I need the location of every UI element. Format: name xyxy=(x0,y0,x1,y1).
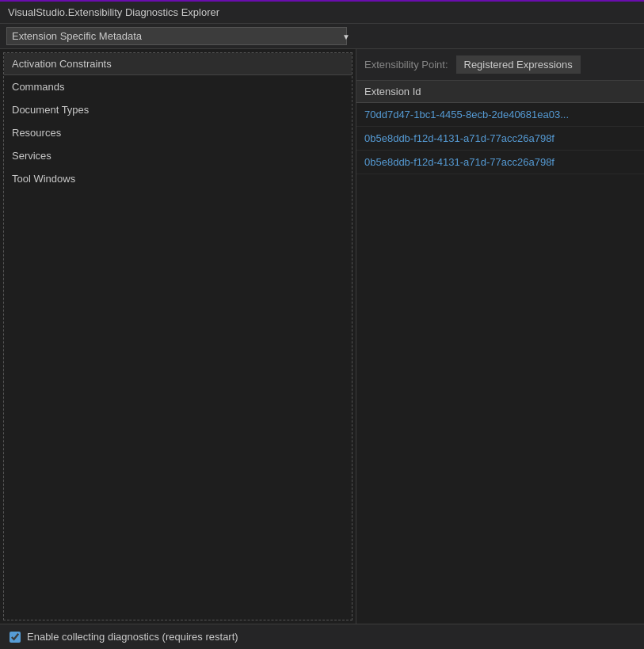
table-row[interactable]: 0b5e8ddb-f12d-4131-a71d-77acc26a798f xyxy=(356,127,644,151)
title-bar: VisualStudio.Extensibility Diagnostics E… xyxy=(0,2,644,24)
app-container: VisualStudio.Extensibility Diagnostics E… xyxy=(0,0,644,649)
left-panel: Activation Constraints Commands Document… xyxy=(0,49,356,624)
checkbox-container: Enable collecting diagnostics (requires … xyxy=(10,631,238,643)
diagnostics-checkbox[interactable] xyxy=(10,632,21,643)
table-row[interactable]: 0b5e8ddb-f12d-4131-a71d-77acc26a798f xyxy=(356,151,644,174)
main-content: Activation Constraints Commands Document… xyxy=(0,49,644,624)
extensibility-point-label: Extensibility Point: xyxy=(364,59,448,71)
diagnostics-checkbox-label: Enable collecting diagnostics (requires … xyxy=(27,631,238,643)
dropdown-row: Extension Specific Metadata ▼ xyxy=(0,24,644,49)
nav-list: Commands Document Types Resources Servic… xyxy=(4,75,352,190)
sidebar-item-document-types[interactable]: Document Types xyxy=(4,98,352,121)
table-row[interactable]: 70dd7d47-1bc1-4455-8ecb-2de40681ea03... xyxy=(356,103,644,127)
metadata-dropdown[interactable]: Extension Specific Metadata xyxy=(6,27,347,45)
sidebar-item-tool-windows[interactable]: Tool Windows xyxy=(4,167,352,190)
sidebar-item-resources[interactable]: Resources xyxy=(4,121,352,144)
table-column-header: Extension Id xyxy=(356,81,644,103)
table-content: 70dd7d47-1bc1-4455-8ecb-2de40681ea03... … xyxy=(356,103,644,624)
sidebar-item-commands[interactable]: Commands xyxy=(4,75,352,98)
sidebar-item-services[interactable]: Services xyxy=(4,144,352,167)
left-panel-inner: Activation Constraints Commands Document… xyxy=(3,52,352,620)
app-title: VisualStudio.Extensibility Diagnostics E… xyxy=(8,6,219,18)
registered-expressions-tab[interactable]: Registered Expressions xyxy=(456,55,581,74)
activation-constraints-header: Activation Constraints xyxy=(4,53,352,75)
activation-constraints-label: Activation Constraints xyxy=(12,58,112,70)
right-panel-header: Extensibility Point: Registered Expressi… xyxy=(356,49,644,81)
right-panel: Extensibility Point: Registered Expressi… xyxy=(356,49,644,624)
bottom-bar: Enable collecting diagnostics (requires … xyxy=(0,624,644,649)
dropdown-wrapper: Extension Specific Metadata ▼ xyxy=(6,27,355,45)
